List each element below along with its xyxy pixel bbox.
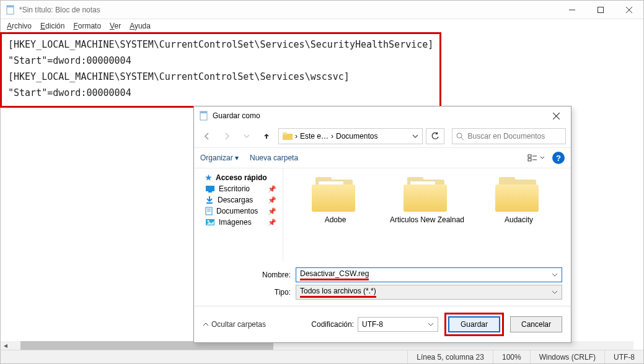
- menu-edit[interactable]: Edición: [40, 22, 64, 30]
- encoding-value: UTF-8: [362, 320, 383, 329]
- search-placeholder: Buscar en Documentos: [468, 132, 545, 141]
- scroll-left-icon[interactable]: ◂: [1, 341, 11, 350]
- download-icon: [205, 196, 214, 204]
- menu-format[interactable]: Formato: [73, 22, 101, 30]
- tree-item-documentos[interactable]: Documentos📌: [194, 206, 283, 217]
- folder-icon: [312, 177, 359, 212]
- dialog-body: ★ Acceso rápido Escritorio📌 Descargas📌 D…: [194, 168, 571, 261]
- cancel-button[interactable]: Cancelar: [510, 316, 562, 332]
- svg-rect-18: [206, 186, 214, 191]
- nav-recent-button[interactable]: [239, 128, 255, 144]
- chevron-up-icon: [203, 321, 209, 327]
- notepad-app-icon: [6, 5, 15, 15]
- chevron-down-icon: [428, 321, 434, 327]
- pin-icon: 📌: [268, 185, 276, 193]
- tree-quick-access[interactable]: ★ Acceso rápido: [194, 172, 283, 183]
- breadcrumb-folder[interactable]: Documentos: [336, 132, 377, 141]
- filename-value: Desactivar_CSW.reg: [300, 269, 369, 280]
- refresh-button[interactable]: [426, 128, 444, 144]
- svg-point-12: [457, 133, 462, 138]
- dialog-title: Guardar como: [213, 111, 260, 120]
- svg-rect-11: [283, 132, 287, 135]
- svg-rect-7: [200, 111, 207, 113]
- chevron-down-icon: [552, 289, 558, 295]
- pin-icon: 📌: [268, 207, 276, 215]
- save-button[interactable]: Guardar: [448, 316, 500, 332]
- tree-item-imagenes[interactable]: Imágenes📌: [194, 217, 283, 228]
- chevron-right-icon: ›: [331, 132, 333, 141]
- view-icon: [527, 154, 537, 162]
- filetype-value: Todos los archivos (*.*): [300, 287, 376, 298]
- dialog-app-icon: [199, 111, 209, 121]
- pin-icon: 📌: [268, 196, 276, 204]
- image-icon: [205, 219, 215, 226]
- dialog-navbar: › Este e… › Documentos Buscar en Documen…: [194, 125, 571, 147]
- folder-icon: [404, 177, 451, 212]
- menu-view[interactable]: Ver: [110, 22, 121, 30]
- tree-item-escritorio[interactable]: Escritorio📌: [194, 183, 283, 194]
- filetype-select[interactable]: Todos los archivos (*.*): [296, 285, 562, 300]
- folder-item-articulos[interactable]: Articulos New Zealnad: [387, 177, 467, 259]
- dialog-close-button[interactable]: [544, 108, 568, 124]
- nav-forward-button[interactable]: [219, 128, 235, 144]
- star-icon: ★: [205, 173, 212, 182]
- status-encoding: UTF-8: [604, 350, 643, 363]
- dialog-bottom-bar: Ocultar carpetas Codificación: UTF-8 Gua…: [194, 306, 571, 342]
- content-line-3: [HKEY_LOCAL_MACHINE\SYSTEM\CurrentContro…: [8, 69, 433, 85]
- menu-help[interactable]: Ayuda: [130, 22, 151, 30]
- chevron-down-icon[interactable]: [552, 272, 558, 278]
- filename-input[interactable]: Desactivar_CSW.reg: [296, 267, 562, 282]
- tree-item-descargas[interactable]: Descargas📌: [194, 194, 283, 206]
- content-line-4: "Start"=dword:00000004: [8, 85, 433, 101]
- status-zoom: 100%: [493, 350, 530, 363]
- folder-icon: [283, 131, 293, 141]
- dialog-toolbar: Organizar ▾ Nueva carpeta ?: [194, 147, 571, 168]
- folder-icon: [495, 177, 542, 212]
- hide-folders-button[interactable]: Ocultar carpetas: [203, 320, 266, 329]
- folder-item-adobe[interactable]: Adobe: [296, 177, 375, 259]
- status-eol: Windows (CRLF): [530, 350, 604, 363]
- nav-back-button[interactable]: [199, 128, 215, 144]
- organize-button[interactable]: Organizar ▾: [200, 154, 239, 162]
- folder-view[interactable]: Adobe Articulos New Zealnad Audacity: [283, 168, 571, 261]
- folder-label: Audacity: [505, 215, 533, 224]
- highlight-box: [HKEY_LOCAL_MACHINE\SYSTEM\CurrentContro…: [0, 32, 441, 108]
- search-icon: [456, 132, 464, 141]
- svg-rect-14: [528, 155, 531, 157]
- chevron-right-icon: ›: [295, 132, 298, 141]
- svg-point-25: [208, 220, 210, 222]
- dialog-titlebar: Guardar como: [194, 106, 571, 125]
- folder-label: Adobe: [325, 215, 346, 224]
- filename-label: Nombre:: [254, 271, 291, 279]
- help-button[interactable]: ?: [552, 152, 565, 164]
- filetype-label: Tipo:: [254, 288, 291, 297]
- chevron-down-icon[interactable]: [412, 133, 418, 139]
- view-mode-button[interactable]: [527, 154, 545, 162]
- close-button[interactable]: [615, 1, 643, 19]
- save-as-dialog: Guardar como › Este e… › Documentos Busc…: [193, 106, 571, 343]
- svg-rect-19: [208, 191, 212, 193]
- encoding-label: Codificación:: [311, 320, 354, 329]
- breadcrumb-root[interactable]: Este e…: [300, 132, 329, 141]
- svg-line-13: [461, 137, 464, 140]
- notepad-title: *Sin título: Bloc de notas: [19, 6, 100, 14]
- search-input[interactable]: Buscar en Documentos: [452, 128, 566, 144]
- notepad-menubar: Archivo Edición Formato Ver Ayuda: [1, 19, 643, 33]
- content-line-1: "Start"=dword:00000004: [8, 53, 433, 69]
- chevron-down-icon: [540, 155, 545, 160]
- nav-up-button[interactable]: [258, 128, 275, 144]
- document-icon: [205, 207, 213, 215]
- save-highlight: Guardar: [444, 313, 504, 336]
- menu-file[interactable]: Archivo: [7, 22, 32, 30]
- minimize-button[interactable]: [558, 1, 586, 19]
- maximize-button[interactable]: [586, 1, 615, 19]
- address-bar[interactable]: › Este e… › Documentos: [278, 128, 423, 144]
- new-folder-button[interactable]: Nueva carpeta: [250, 154, 298, 162]
- pin-icon: 📌: [268, 219, 276, 227]
- encoding-select[interactable]: UTF-8: [358, 317, 438, 332]
- notepad-statusbar: Línea 5, columna 23 100% Windows (CRLF) …: [1, 350, 643, 363]
- content-line-0: [HKEY_LOCAL_MACHINE\SYSTEM\CurrentContro…: [8, 37, 433, 53]
- navigation-tree: ★ Acceso rápido Escritorio📌 Descargas📌 D…: [194, 168, 283, 261]
- folder-item-audacity[interactable]: Audacity: [479, 177, 558, 259]
- dialog-fields: Nombre: Desactivar_CSW.reg Tipo: Todos l…: [194, 261, 571, 303]
